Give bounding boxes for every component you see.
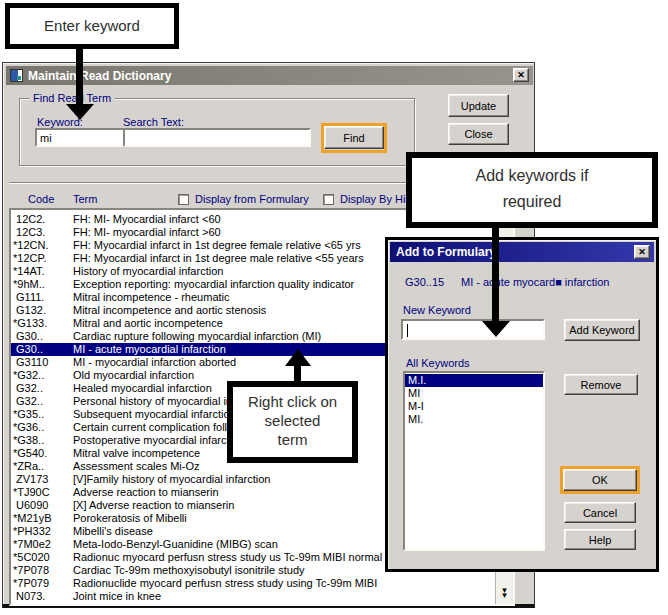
row-code: 12C3. [13, 226, 73, 239]
callout-add-keywords: Add keywords if required [406, 152, 658, 228]
row-term: Radionuclide myocard perfusn stress stud… [73, 577, 377, 589]
add-keyword-button[interactable]: Add Keyword [564, 319, 640, 341]
callout-text: term [233, 430, 352, 449]
table-row[interactable]: *7P079Radionuclide myocard perfusn stres… [11, 577, 495, 590]
row-code: *7M0e2 [13, 538, 73, 551]
row-term: Radionuc myocard perfusn stress study us… [73, 551, 382, 563]
row-code: *7P079 [13, 577, 73, 590]
row-term: Old myocardial infarction [73, 369, 194, 381]
formulary-title-bar: Add to Formulary [390, 242, 654, 262]
annotation-arrow-head [285, 349, 311, 366]
new-keyword-label: New Keyword [403, 304, 471, 316]
callout-right-click: Right click on selected term [227, 381, 358, 463]
row-code: U6090 [13, 499, 73, 512]
callout-text: Enter keyword [44, 17, 140, 34]
row-term: Cardiac Tc-99m methoxyisobutyl isonitril… [73, 564, 305, 576]
row-code: G32.. [13, 395, 73, 408]
row-code: ZV173 [13, 473, 73, 486]
double-down-arrow-icon: ▾ [502, 593, 507, 598]
row-term: Subsequent myocardial infarction [73, 408, 236, 420]
table-row[interactable]: N081.Joint mice in joint, excluding the … [11, 603, 495, 604]
callout-text: required [412, 189, 652, 215]
keyword-list-item[interactable]: MI. [405, 413, 543, 426]
row-term: [X] Adverse reaction to mianserin [73, 499, 234, 511]
ok-button-highlight: OK [560, 466, 640, 494]
add-to-formulary-dialog: Add to Formulary ✕ G30..15 MI - acute my… [385, 237, 659, 572]
all-keywords-label: All Keywords [406, 357, 470, 369]
row-code: *TJ90C [13, 486, 73, 499]
row-term: Exception reporting: myocardial infarcti… [73, 278, 354, 290]
row-code: *7P078 [13, 564, 73, 577]
update-button[interactable]: Update [448, 94, 509, 117]
keyword-list-item[interactable]: M-I [405, 400, 543, 413]
row-code: *ZRa.. [13, 460, 73, 473]
row-term: Postoperative myocardial infarctio [73, 434, 238, 446]
row-term: FH: MI- Myocardial infarct <60 [73, 213, 221, 225]
row-term: MI - acute myocardial infarction [73, 343, 226, 355]
row-code: *12CP. [13, 252, 73, 265]
screenshot-canvas: Maintain Read Dictionary ✕ Find Read Ter… [0, 0, 668, 615]
search-text-label: Search Text: [123, 116, 184, 128]
table-row[interactable]: N073.Joint mice in knee [11, 590, 495, 603]
new-keyword-input[interactable] [401, 319, 545, 340]
keyword-list-item[interactable]: M.I. [405, 374, 543, 387]
ok-button[interactable]: OK [563, 469, 637, 491]
row-code: *G38.. [13, 434, 73, 447]
find-button-highlight: Find [321, 123, 387, 153]
search-text-input[interactable] [123, 128, 311, 147]
row-code: *12CN. [13, 239, 73, 252]
row-term: FH: Myocardial infarct in 1st degree fem… [73, 239, 361, 251]
annotation-arrow [76, 48, 83, 106]
row-term: History of myocardial infarction [73, 265, 223, 277]
selected-term-text: MI - acute myocard■ infarction [461, 276, 609, 288]
row-code: N081. [13, 603, 73, 604]
selected-term-code: G30..15 [405, 276, 444, 288]
row-term: Cardiac rupture following myocardial inf… [73, 330, 321, 342]
row-code: G30.. [13, 343, 73, 356]
find-button[interactable]: Find [324, 126, 384, 149]
row-term: Personal history of myocardial inf [73, 395, 235, 407]
keyword-list-item[interactable]: MI [405, 387, 543, 400]
annotation-arrow [492, 226, 499, 323]
row-term: Joint mice in joint, excluding the knee [73, 603, 255, 604]
close-icon[interactable]: ✕ [634, 245, 650, 259]
close-button[interactable]: Close [448, 123, 509, 145]
row-code: *PH332 [13, 525, 73, 538]
help-button[interactable]: Help [564, 529, 636, 550]
row-term: Certain current complication follo [73, 421, 233, 433]
row-code: G32.. [13, 382, 73, 395]
column-header-code: Code [28, 193, 54, 205]
row-term: [V]Family history of myocardial infarcti… [73, 473, 270, 485]
group-label: Find Read Term [29, 92, 115, 104]
cancel-button[interactable]: Cancel [564, 502, 636, 523]
callout-text: Add keywords if [412, 163, 652, 189]
row-code: G30.. [13, 330, 73, 343]
row-term: Meta-Iodo-Benzyl-Guanidine (MIBG) scan [73, 538, 278, 550]
row-term: Mibelli's disease [73, 525, 153, 537]
scroll-to-bottom-button[interactable]: ▾ ▾ [496, 586, 513, 600]
row-term: Mitral valve incompetence [73, 447, 200, 459]
row-code: *14AT. [13, 265, 73, 278]
row-code: *G35.. [13, 408, 73, 421]
remove-button[interactable]: Remove [564, 374, 638, 395]
row-term: Mitral incompetence - rheumatic [73, 291, 230, 303]
annotation-arrow-head [482, 321, 510, 337]
callout-text: selected [233, 411, 352, 430]
annotation-arrow-head [66, 104, 94, 120]
display-from-formulary-checkbox[interactable] [178, 194, 189, 205]
row-code: *9hM.. [13, 278, 73, 291]
display-from-formulary-label: Display from Formulary [195, 193, 309, 205]
row-term: Joint mice in knee [73, 590, 161, 602]
close-icon[interactable]: ✕ [513, 68, 529, 82]
all-keywords-list: M.I.MIM-IMI. [403, 371, 545, 551]
window-title: Maintain Read Dictionary [28, 69, 171, 83]
display-by-hierarchy-checkbox[interactable] [323, 194, 334, 205]
row-code: *G36.. [13, 421, 73, 434]
row-term: Mitral and aortic incompetence [73, 317, 223, 329]
title-bar: Maintain Read Dictionary [6, 66, 533, 85]
column-header-term: Term [73, 193, 97, 205]
row-code: *M21yB [13, 512, 73, 525]
text-caret [407, 324, 408, 337]
row-term: Mitral incompetence and aortic stenosis [73, 304, 266, 316]
app-icon [10, 69, 23, 82]
